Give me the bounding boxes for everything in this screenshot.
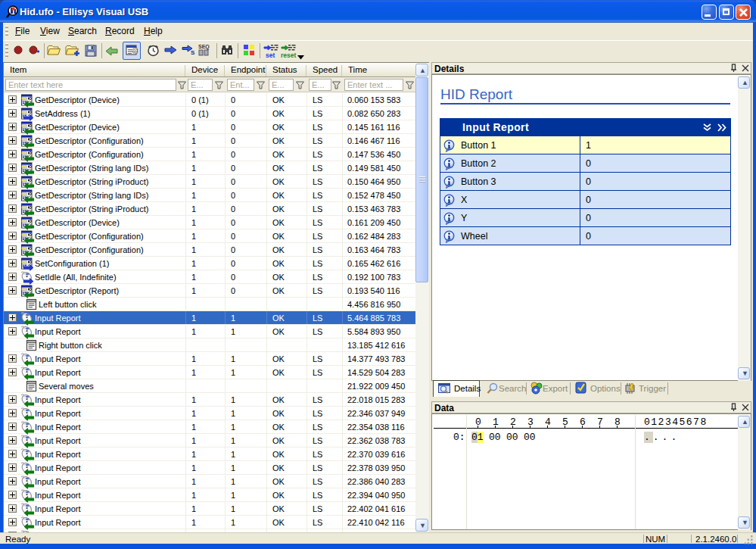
svg-text:10: 10 bbox=[134, 48, 138, 53]
svg-text:reset: reset bbox=[281, 51, 296, 59]
svg-text:S: S bbox=[191, 49, 195, 56]
svg-text:set: set bbox=[266, 51, 275, 59]
svg-text:SEQ: SEQ bbox=[198, 44, 210, 50]
